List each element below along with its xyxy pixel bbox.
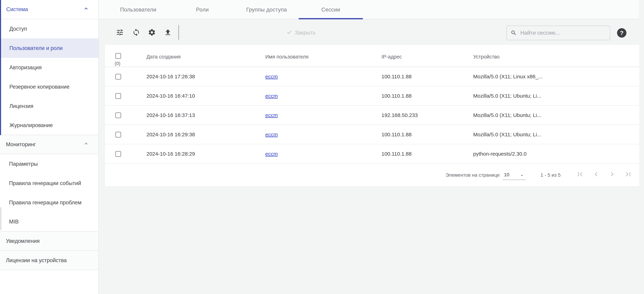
- last-page-icon: [624, 170, 632, 180]
- refresh-icon: [132, 28, 140, 37]
- sidebar-scrollbar[interactable]: [0, 207, 2, 230]
- sessions-table: (0) Дата создания Имя пользователя IP-ад…: [105, 45, 639, 186]
- upload-button[interactable]: [163, 28, 173, 38]
- column-header-ip[interactable]: IP-адрес: [382, 54, 402, 60]
- sidebar-group-header-system[interactable]: Система: [1, 0, 98, 19]
- row-checkbox[interactable]: [115, 151, 121, 157]
- search-input[interactable]: [520, 30, 606, 36]
- settings-button[interactable]: [147, 28, 157, 38]
- sidebar-item-label: Пользователи и роли: [10, 45, 63, 51]
- sidebar-item-event-rules[interactable]: Правила генерации событий: [0, 174, 98, 193]
- last-page-button[interactable]: [623, 170, 633, 180]
- gear-icon: [148, 28, 156, 37]
- tab-label: Роли: [196, 7, 209, 13]
- first-page-button[interactable]: [575, 170, 585, 180]
- help-button[interactable]: ?: [617, 28, 626, 38]
- tab-access-groups[interactable]: Группы доступа: [234, 0, 299, 19]
- sidebar-item-label: Лицензия: [10, 103, 34, 109]
- column-header-date[interactable]: Дата создания: [146, 54, 181, 60]
- row-checkbox[interactable]: [115, 112, 121, 118]
- column-header-device[interactable]: Устройство: [473, 54, 500, 60]
- chevron-down-icon: [520, 173, 524, 179]
- cell-device: Mozilla/5.0 (X11; Ubuntu; Li...: [473, 132, 541, 138]
- user-link[interactable]: eccm: [265, 151, 278, 157]
- previous-page-button[interactable]: [591, 170, 601, 180]
- items-per-page-value: 10: [504, 172, 509, 178]
- cell-date: 2024-10-16 16:28:29: [146, 151, 195, 157]
- cell-date: 2024-10-16 16:29:38: [146, 132, 195, 138]
- user-link[interactable]: eccm: [265, 74, 278, 80]
- table-row[interactable]: 2024-10-16 16:47:10 eccm 100.110.1.88 Mo…: [105, 86, 639, 106]
- cell-device: Mozilla/5.0 (X11; Ubuntu; Li...: [473, 112, 541, 118]
- user-link[interactable]: eccm: [265, 112, 278, 118]
- table-row[interactable]: 2024-10-16 16:29:38 eccm 100.110.1.88 Mo…: [105, 125, 639, 144]
- tab-users[interactable]: Пользователи: [106, 0, 170, 19]
- sidebar-group-label: Лицензии на устройства: [6, 257, 67, 263]
- table-row[interactable]: 2024-10-16 16:37:13 eccm 192.168.50.233 …: [105, 106, 639, 125]
- chevron-up-icon[interactable]: [83, 6, 89, 13]
- sidebar-item-parameters[interactable]: Параметры: [0, 154, 98, 174]
- table-row[interactable]: 2024-10-16 17:26:38 eccm 100.110.1.88 Mo…: [105, 67, 639, 86]
- row-checkbox[interactable]: [115, 132, 121, 138]
- sidebar-item-license[interactable]: Лицензия: [1, 96, 98, 116]
- sidebar-item-authorization[interactable]: Авторизация: [1, 58, 98, 77]
- sidebar-item-users-roles[interactable]: Пользователи и роли: [1, 39, 98, 58]
- question-mark-icon: ?: [620, 30, 624, 36]
- sidebar-item-label: Правила генерации проблем: [9, 199, 82, 206]
- search-icon: [510, 30, 517, 36]
- toolbar-divider: [178, 25, 179, 40]
- chevron-up-icon[interactable]: [83, 141, 89, 148]
- sidebar-item-label: Доступ: [10, 26, 27, 32]
- tab-label: Сессии: [321, 7, 340, 13]
- table-footer: Элементов на странице 10 1 - 5 из 5: [105, 164, 639, 186]
- close-session-button[interactable]: Закрыть: [286, 28, 316, 38]
- sidebar-item-label: Параметры: [9, 161, 38, 167]
- row-checkbox[interactable]: [115, 74, 121, 80]
- sidebar-group-header-device-licenses[interactable]: Лицензии на устройства: [0, 251, 98, 270]
- sidebar-group-header-monitoring[interactable]: Мониторинг: [0, 135, 98, 154]
- check-icon: [286, 29, 292, 37]
- search-box: [506, 26, 610, 40]
- sidebar-item-dostup[interactable]: Доступ: [1, 19, 98, 39]
- sidebar-group-monitoring: Мониторинг Параметры Правила генерации с…: [0, 135, 98, 231]
- cell-ip: 100.110.1.88: [382, 151, 412, 157]
- app-root: Система Доступ Пользователи и роли Автор…: [0, 0, 644, 294]
- cell-ip: 192.168.50.233: [382, 112, 418, 118]
- table-header-row: (0) Дата создания Имя пользователя IP-ад…: [105, 45, 639, 67]
- cell-device: Mozilla/5.0 (X11; Linux x86_...: [473, 74, 543, 80]
- cell-ip: 100.110.1.88: [382, 93, 412, 99]
- selection-count: (0): [115, 61, 120, 66]
- tab-label: Пользователи: [120, 7, 156, 13]
- column-header-user[interactable]: Имя пользователя: [265, 54, 308, 60]
- items-per-page-select[interactable]: 10: [502, 170, 526, 180]
- active-tab-underline: [299, 18, 363, 19]
- sidebar-item-label: MIB: [9, 219, 18, 225]
- cell-ip: 100.110.1.88: [382, 132, 412, 138]
- refresh-button[interactable]: [131, 28, 141, 38]
- chevron-left-icon: [592, 170, 600, 180]
- sidebar-item-problem-rules[interactable]: Правила генерации проблем: [0, 193, 98, 212]
- tab-roles[interactable]: Роли: [170, 0, 234, 19]
- upload-icon: [164, 28, 172, 37]
- cell-date: 2024-10-16 16:47:10: [146, 93, 195, 99]
- sidebar-group-system: Система Доступ Пользователи и роли Автор…: [0, 0, 98, 135]
- sidebar-item-mib[interactable]: MIB: [0, 212, 98, 231]
- main-content: Пользователи Роли Группы доступа Сессии: [99, 0, 644, 294]
- next-page-button[interactable]: [607, 170, 617, 180]
- table-row[interactable]: 2024-10-16 16:28:29 eccm 100.110.1.88 py…: [105, 144, 639, 164]
- sidebar-item-backup[interactable]: Резервное копирование: [1, 77, 98, 96]
- select-all-checkbox[interactable]: [115, 53, 121, 59]
- user-link[interactable]: eccm: [265, 93, 278, 99]
- user-link[interactable]: eccm: [265, 132, 278, 138]
- cell-date: 2024-10-16 17:26:38: [146, 74, 195, 80]
- sidebar-group-header-notifications[interactable]: Уведомления: [0, 231, 98, 251]
- tab-label: Группы доступа: [246, 7, 287, 13]
- row-checkbox[interactable]: [115, 93, 121, 99]
- filter-columns-button[interactable]: [115, 28, 125, 38]
- tune-icon: [116, 28, 124, 37]
- close-button-label: Закрыть: [295, 30, 316, 36]
- sidebar-group-label: Мониторинг: [6, 141, 36, 148]
- sidebar-item-logging[interactable]: Журналирование: [1, 116, 98, 135]
- sidebar-group-label: Уведомления: [6, 238, 40, 244]
- tab-sessions[interactable]: Сессии: [299, 0, 363, 19]
